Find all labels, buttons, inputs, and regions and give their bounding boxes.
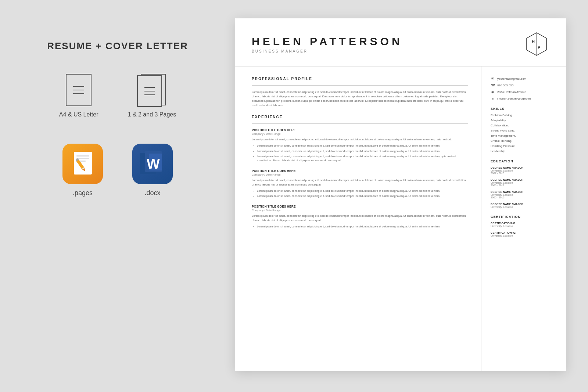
doc-line-3: [73, 93, 84, 94]
exp-bullets-1: Lorem ipsum dolor sit amet, consectetur …: [252, 144, 468, 162]
cert-title-2: CERTIFICATION #2: [491, 231, 557, 234]
exp-title-1: POSITION TITLE GOES HERE: [252, 128, 468, 132]
profile-section-title: PROFESSIONAL PROFILE: [252, 77, 468, 82]
a4-feature: A4 & US Letter: [59, 74, 98, 118]
svg-text:W: W: [147, 156, 160, 172]
experience-item-2: POSITION TITLE GOES HERE Company / Date …: [252, 169, 468, 198]
bullet-2-1: Lorem ipsum dolor sit amet, consectetur …: [257, 189, 468, 193]
doc-line-3: [144, 94, 155, 95]
skill-4: Strong Work Ethic.: [491, 129, 557, 132]
profile-divider: [252, 85, 468, 86]
skill-6: Critical Thinking.: [491, 139, 557, 143]
doc-front: [137, 75, 162, 107]
exp-bullets-2: Lorem ipsum dolor sit amet, consectetur …: [252, 189, 468, 198]
left-title: RESUME + COVER LETTER: [47, 40, 188, 52]
cert-1: CERTIFICATION #1 University, Location: [491, 222, 557, 227]
edu-4: DEGREE NAME / MAJOR University, Location: [491, 202, 557, 208]
svg-rect-0: [74, 152, 92, 175]
left-panel: RESUME + COVER LETTER A4 & US Letter: [22, 18, 213, 197]
word-app-icon: W: [132, 144, 173, 184]
pages-feature: 1 & 2 and 3 Pages: [128, 74, 176, 118]
certification-section-title: CERTIFICATION: [491, 215, 557, 219]
skill-2: Adaptability.: [491, 119, 557, 122]
resume-job-title: BUSINESS MANAGER: [252, 49, 403, 53]
exp-bullets-3: Lorem ipsum dolor sit amet, consectetur …: [252, 224, 468, 229]
exp-company-3: Company / Date Range: [252, 209, 468, 212]
main-container: RESUME + COVER LETTER A4 & US Letter: [0, 0, 588, 392]
edu-school-1: University, Location: [491, 169, 557, 172]
phone-icon: ☎: [491, 83, 495, 87]
skill-5: Time Management.: [491, 134, 557, 137]
edu-school-2: University, Location: [491, 181, 557, 184]
edu-school-3: University, Location: [491, 194, 557, 196]
svg-text:P: P: [538, 45, 540, 50]
edu-degree-2: DEGREE NAME / MAJOR: [491, 178, 557, 181]
pages-label: 1 & 2 and 3 Pages: [128, 111, 176, 118]
exp-desc-3: Lorem ipsum dolor sit amet, consectetur …: [252, 214, 468, 222]
doc-line-2: [73, 90, 84, 90]
resume-main: PROFESSIONAL PROFILE Lorem ipsum dolor s…: [235, 66, 481, 371]
education-section-title: EDUCATION: [491, 159, 557, 163]
resume-sidebar: ✉ youremail@gmail.com ☎ 895 555 555 ◉ 23…: [481, 66, 566, 371]
contact-address: ◉ 2364 Hoffman Avenue: [491, 90, 557, 94]
edu-years-2: 2006 - 2011: [491, 184, 557, 187]
edu-2: DEGREE NAME / MAJOR University, Location…: [491, 178, 557, 187]
pages-app-label: .pages: [73, 189, 93, 197]
resume-container: HELEN PATTERSON BUSINESS MANAGER H P PRO…: [235, 18, 566, 371]
phone-text: 895 555 555: [497, 84, 514, 87]
skill-7: Handling Pressure: [491, 144, 557, 148]
features-row: A4 & US Letter 1 & 2 and 3 Pages: [59, 74, 176, 118]
word-app: W .docx: [132, 144, 173, 197]
cert-detail-2: University, Location: [491, 234, 557, 237]
word-svg: W: [138, 149, 167, 179]
exp-title-3: POSITION TITLE GOES HERE: [252, 205, 468, 208]
edu-school-4: University, Location: [491, 206, 557, 208]
email-text: youremail@gmail.com: [497, 77, 526, 80]
doc-line-1: [144, 87, 155, 88]
edu-degree-3: DEGREE NAME / MAJOR: [491, 190, 557, 194]
resume-name-section: HELEN PATTERSON BUSINESS MANAGER: [252, 35, 403, 53]
bullet-3-1: Lorem ipsum dolor sit amet, consectetur …: [257, 224, 468, 229]
resume-header: HELEN PATTERSON BUSINESS MANAGER H P: [235, 18, 566, 66]
contact-email: ✉ youremail@gmail.com: [491, 77, 557, 80]
pages-svg: [71, 150, 95, 178]
edu-years-1: 2007 - 2013: [491, 172, 557, 175]
cert-title-1: CERTIFICATION #1: [491, 222, 557, 225]
skill-8: Leadership: [491, 150, 557, 153]
profile-text: Lorem ipsum dolor sit amet, consectetur …: [252, 90, 468, 108]
bullet-2-2: Lorem ipsum dolor sit amet, consectetur …: [257, 194, 468, 198]
contact-phone: ☎ 895 555 555: [491, 83, 557, 87]
double-document-icon: [137, 74, 166, 106]
svg-rect-2: [76, 158, 89, 159]
contact-linkedin: in linkedin.com/in/yourprofile: [491, 97, 557, 100]
skill-1: Problem Solving.: [491, 114, 557, 117]
hexagon-logo: H P: [524, 31, 549, 57]
edu-degree-1: DEGREE NAME / MAJOR: [491, 166, 557, 169]
doc-line-1: [73, 86, 84, 87]
cert-detail-1: University, Location: [491, 225, 557, 227]
experience-item-3: POSITION TITLE GOES HERE Company / Date …: [252, 205, 468, 229]
word-app-label: .docx: [144, 189, 160, 197]
email-icon: ✉: [491, 77, 495, 80]
a4-label: A4 & US Letter: [59, 111, 98, 118]
experience-item-1: POSITION TITLE GOES HERE Company / Date …: [252, 128, 468, 162]
app-icons-row: .pages W .docx: [62, 144, 173, 197]
exp-desc-2: Lorem ipsum dolor sit amet, consectetur …: [252, 178, 468, 187]
exp-desc-1: Lorem ipsum dolor sit amet, consectetur …: [252, 137, 468, 141]
exp-company-2: Company / Date Range: [252, 173, 468, 176]
bullet-1-3: Lorem ipsum dolor sit amet, consectetur …: [257, 154, 468, 163]
bullet-1-2: Lorem ipsum dolor sit amet, consectetur …: [257, 149, 468, 153]
linkedin-icon: in: [491, 97, 495, 100]
location-icon: ◉: [491, 90, 495, 94]
svg-rect-1: [76, 155, 89, 157]
skills-section-title: SKILLS: [491, 107, 557, 111]
resume-name: HELEN PATTERSON: [252, 35, 403, 48]
resume-logo: H P: [524, 31, 549, 57]
address-text: 2364 Hoffman Avenue: [497, 90, 526, 94]
edu-3: DEGREE NAME / MAJOR University, Location…: [491, 190, 557, 199]
svg-text:H: H: [532, 39, 535, 44]
document-icon: [66, 74, 92, 106]
doc-line-2: [144, 91, 155, 91]
exp-title-2: POSITION TITLE GOES HERE: [252, 169, 468, 173]
edu-years-3: 2005 - 2010: [491, 196, 557, 199]
